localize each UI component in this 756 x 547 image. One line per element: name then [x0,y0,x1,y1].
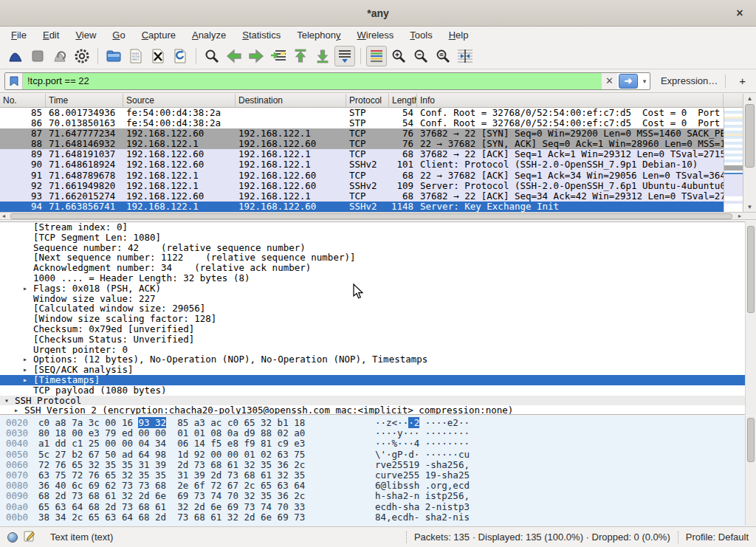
detail-row[interactable]: Acknowledgment number: 34 (relative ack … [0,263,756,273]
detail-row[interactable]: TCP payload (1080 bytes) [0,385,756,396]
resize-columns-icon[interactable] [455,46,475,66]
menu-analyze[interactable]: Analyze [184,28,234,42]
go-bottom-icon[interactable] [312,46,333,66]
hex-ascii[interactable]: \'·gP·d· ······cu [369,450,470,460]
display-filter-input[interactable] [23,73,601,89]
hex-ascii[interactable]: 84,ecdh- sha2-nis [369,512,470,523]
hex-bytes[interactable]: 80 18 00 e3 79 ed 00 00 01 01 08 0a d9 8… [38,428,369,438]
detail-row[interactable]: Sequence number: 42 (relative sequence n… [0,243,756,253]
detail-row[interactable]: Urgent pointer: 0 [0,345,756,355]
hex-ascii[interactable]: curve255 19-sha25 [369,470,470,481]
detail-row[interactable]: [Stream index: 0] [0,222,756,233]
hex-ascii[interactable]: ecdh-sha 2-nistp3 [369,502,470,512]
filter-history-caret-icon[interactable]: ▾ [639,78,650,85]
expand-icon[interactable]: ▸ [14,405,18,415]
zoom-out-icon[interactable] [410,46,431,66]
detail-row[interactable]: [Next sequence number: 1122 (relative se… [0,252,756,263]
detail-row[interactable]: ▸SSH Version 2 (encryption:chacha20-poly… [0,405,756,415]
packet-list-vertical-scrollbar[interactable]: ▲ ▼ [743,94,756,212]
filter-bookmark-icon[interactable] [5,72,23,90]
hex-ascii[interactable]: h-sha2-n istp256, [369,491,470,501]
hex-bytes[interactable]: 65 63 64 68 2d 73 68 61 32 2d 6e 69 73 7… [38,502,369,512]
detail-row[interactable]: ▸Flags: 0x018 (PSH, ACK) [0,283,756,294]
hex-row[interactable]: 00a065 63 64 68 2d 73 68 61 32 2d 6e 69 … [0,502,756,512]
filter-apply-icon[interactable]: ➜ [619,74,638,89]
hex-bytes[interactable]: 36 40 6c 69 62 73 73 68 2e 6f 72 67 2c 6… [38,481,369,491]
auto-scroll-icon[interactable] [334,46,355,66]
expert-info-icon[interactable] [7,532,18,543]
hex-row[interactable]: 007063 75 72 76 65 32 35 35 31 39 2d 73 … [0,470,756,481]
hex-bytes[interactable]: a1 dd c1 25 00 00 04 34 06 14 f5 e8 f9 8… [38,438,369,449]
detail-row[interactable]: [Calculated window size: 29056] [0,303,756,314]
start-capture-icon[interactable] [5,46,26,66]
menu-help[interactable]: Help [441,28,477,42]
profile-status[interactable]: Profile: Default [686,531,749,543]
hex-row[interactable]: 009068 2d 73 68 61 32 2d 6e 69 73 74 70 … [0,491,756,501]
scrollbar-thumb[interactable] [10,213,732,219]
expand-icon[interactable]: ▸ [23,354,27,365]
hex-bytes[interactable]: 72 76 65 32 35 35 31 39 2d 73 68 61 32 3… [38,460,369,470]
menu-wireless[interactable]: Wireless [349,28,402,42]
hex-row[interactable]: 0040a1 dd c1 25 00 00 04 34 06 14 f5 e8 … [0,438,756,449]
hex-ascii[interactable]: ··z<···2 ····e2·· [369,418,470,428]
hex-bytes[interactable]: 5c 27 b2 67 50 ad 64 98 1d 92 00 00 01 0… [38,450,369,460]
detail-row[interactable]: [TCP Segment Len: 1080] [0,233,756,243]
open-file-icon[interactable] [103,46,124,66]
packet-row[interactable]: 8871.648146932192.168.122.1192.168.122.6… [0,139,724,149]
reload-file-icon[interactable] [170,46,190,66]
collapse-icon[interactable]: ▾ [4,396,9,406]
packet-row[interactable]: 9371.662015274192.168.122.60192.168.122.… [0,191,724,202]
hex-bytes[interactable]: 38 34 2c 65 63 64 68 2d 73 68 61 32 2d 6… [38,512,369,523]
details-vertical-scrollbar[interactable] [745,221,756,415]
detail-row[interactable]: ▾SSH Protocol [0,396,756,406]
detail-row[interactable]: [Checksum Status: Unverified] [0,334,756,345]
scroll-down-icon[interactable]: ▼ [743,204,756,210]
title-bar[interactable]: *any × [0,0,756,27]
scroll-left-icon[interactable]: ◂ [2,213,5,220]
menu-view[interactable]: View [67,28,104,42]
detail-row[interactable]: ▸Options: (12 bytes), No-Operation (NOP)… [0,354,756,365]
expand-icon[interactable]: ▸ [23,365,27,375]
column-header-protocol[interactable]: Protocol [346,94,389,107]
hex-row[interactable]: 00b038 34 2c 65 63 64 68 2d 73 68 61 32 … [0,512,756,523]
hex-row[interactable]: 00505c 27 b2 67 50 ad 64 98 1d 92 00 00 … [0,450,756,460]
stop-capture-icon[interactable] [27,46,48,66]
save-file-icon[interactable]: 010101100011 [126,46,146,66]
packet-list-horizontal-scrollbar[interactable]: ◂ ▸ [0,212,756,220]
detail-row[interactable]: ▸[Timestamps] [0,375,756,385]
detail-row[interactable]: Window size value: 227 [0,294,756,304]
menu-edit[interactable]: Edit [35,28,67,42]
hex-row[interactable]: 003080 18 00 e3 79 ed 00 00 01 01 08 0a … [0,428,756,438]
close-file-icon[interactable] [148,46,168,66]
go-forward-icon[interactable] [246,46,267,66]
packet-row[interactable]: 9471.663856741192.168.122.1192.168.122.6… [0,202,724,212]
detail-row[interactable]: Checksum: 0x79ed [unverified] [0,324,756,334]
restart-capture-icon[interactable] [49,46,70,66]
hex-row[interactable]: 0020c0 a8 7a 3c 00 16 93 32 85 a3 ac c0 … [0,418,756,428]
detail-row[interactable]: [Window size scaling factor: 128] [0,314,756,324]
packet-row[interactable]: 8971.648191037192.168.122.60192.168.122.… [0,149,724,159]
packet-row[interactable]: 9271.661949820192.168.122.1192.168.122.6… [0,181,724,191]
column-header-no[interactable]: No. [0,94,46,107]
column-header-source[interactable]: Source [123,94,236,107]
packet-row[interactable]: 8670.013850163fe:54:00:d4:38:2aSTP54Conf… [0,118,724,128]
find-packet-icon[interactable] [202,46,222,66]
packet-list-minimap[interactable] [724,108,743,212]
menu-go[interactable]: Go [104,28,133,42]
hex-ascii[interactable]: ····y··· ········ [369,428,470,438]
hex-bytes[interactable]: 63 75 72 76 65 32 35 35 31 39 2d 73 68 6… [38,470,369,481]
go-back-icon[interactable] [224,46,244,66]
scroll-right-icon[interactable]: ▸ [738,213,741,220]
go-to-packet-icon[interactable] [268,46,289,66]
scrollbar-thumb[interactable] [747,226,755,313]
packet-row[interactable]: 8771.647777234192.168.122.60192.168.122.… [0,128,724,139]
capture-options-icon[interactable] [72,46,92,66]
hex-row[interactable]: 006072 76 65 32 35 35 31 39 2d 73 68 61 … [0,460,756,470]
expand-icon[interactable]: ▸ [23,375,27,385]
capture-comment-icon[interactable] [24,530,35,544]
filter-clear-icon[interactable]: ✕ [601,72,617,90]
colorize-icon[interactable] [366,46,387,66]
column-header-length[interactable]: Length [389,94,417,107]
zoom-in-icon[interactable] [388,46,409,66]
packet-row[interactable]: 8568.001734936fe:54:00:d4:38:2aSTP54Conf… [0,108,724,118]
